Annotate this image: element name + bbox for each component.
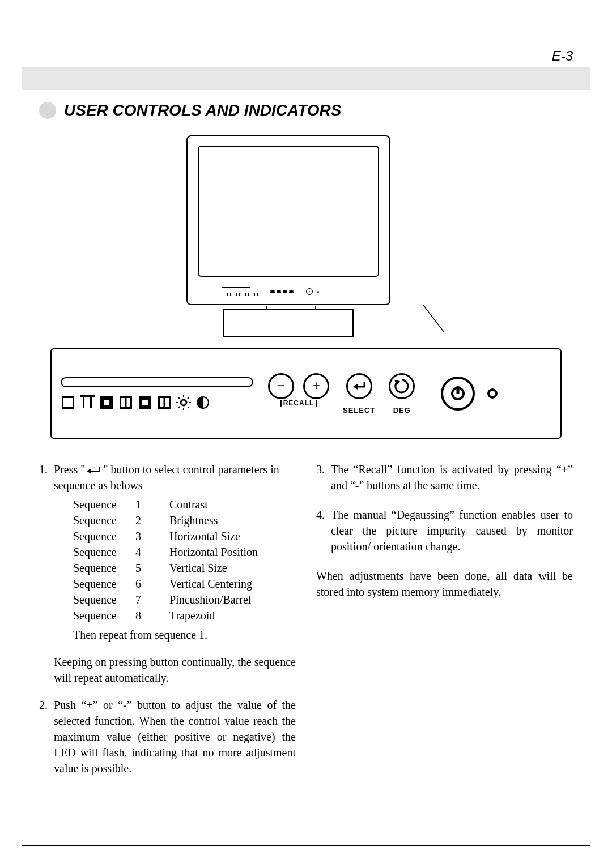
select-button[interactable] — [346, 373, 372, 399]
v-pos-icon — [118, 395, 133, 410]
footer-note: When adjustments have been done, all dat… — [316, 568, 573, 600]
osd-bar — [61, 377, 253, 387]
monitor-screen — [198, 146, 379, 277]
monitor-stand — [223, 309, 354, 337]
contrast-icon — [196, 395, 210, 410]
svg-line-7 — [188, 407, 189, 408]
svg-point-1 — [181, 400, 186, 405]
h-size-icon — [61, 395, 75, 410]
list-number-4: 4. — [316, 507, 331, 554]
control-panel-detail: − + RECALL SELECT — [50, 348, 562, 439]
v-size-icon — [80, 395, 95, 410]
power-button-small-icon — [306, 288, 313, 295]
header-band — [22, 67, 590, 90]
enter-arrow-icon — [88, 467, 100, 474]
list-number-3: 3. — [316, 461, 331, 493]
section-title: USER CONTROLS AND INDICATORS — [64, 101, 342, 119]
svg-line-0 — [423, 305, 444, 332]
leader-line-icon — [407, 305, 453, 339]
svg-line-8 — [188, 397, 189, 399]
list-number-1: 1. — [39, 461, 54, 493]
page-number: E-3 — [552, 48, 573, 64]
then-repeat: Then repeat from sequence 1. — [73, 627, 296, 643]
item4-text: The manual “Degaussing” function enables… — [331, 507, 573, 554]
recall-label: RECALL — [280, 399, 318, 407]
plus-button[interactable]: + — [303, 373, 329, 399]
list-number-2: 2. — [39, 697, 54, 776]
led-small-icon — [317, 291, 319, 293]
right-column: 3. The “Recall” function is activated by… — [316, 461, 573, 780]
power-led-icon — [487, 388, 498, 399]
svg-line-6 — [178, 397, 180, 399]
item3-text: The “Recall” function is activated by pr… — [331, 461, 573, 493]
monitor-diagram — [169, 135, 407, 337]
h-center-icon — [138, 395, 152, 410]
minus-button[interactable]: − — [268, 373, 294, 399]
power-icon — [451, 387, 465, 400]
degauss-icon — [393, 378, 410, 395]
degauss-button[interactable] — [389, 373, 415, 399]
brightness-icon — [176, 395, 191, 410]
item1-text: Press " " button to select control param… — [54, 461, 296, 493]
h-pos-icon — [99, 395, 114, 410]
section-bullet-icon — [39, 102, 56, 119]
item2-text: Push “+” or “-” button to adjust the val… — [54, 697, 296, 776]
v-center-icon — [157, 395, 172, 410]
osd-icon-row — [61, 395, 253, 410]
bezel-controls — [222, 287, 319, 296]
svg-marker-10 — [353, 384, 358, 390]
svg-line-9 — [178, 407, 180, 408]
enter-icon — [352, 380, 367, 392]
sequence-table: Sequence1Contrast Sequence2Brightness Se… — [73, 497, 296, 623]
keeping-pressing: Keeping on pressing button continually, … — [54, 654, 296, 686]
left-column: 1. Press " " button to select control pa… — [39, 461, 296, 780]
power-button[interactable] — [441, 377, 475, 411]
